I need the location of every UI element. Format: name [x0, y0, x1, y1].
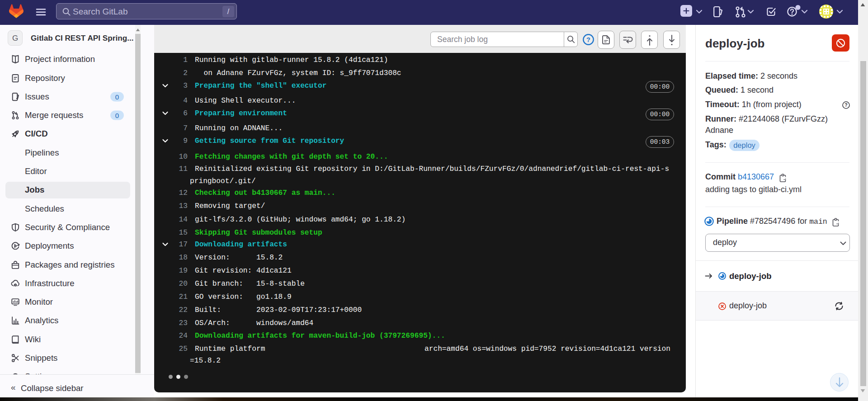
svg-text:?: ?: [586, 36, 590, 43]
svg-text:?: ?: [844, 102, 847, 108]
